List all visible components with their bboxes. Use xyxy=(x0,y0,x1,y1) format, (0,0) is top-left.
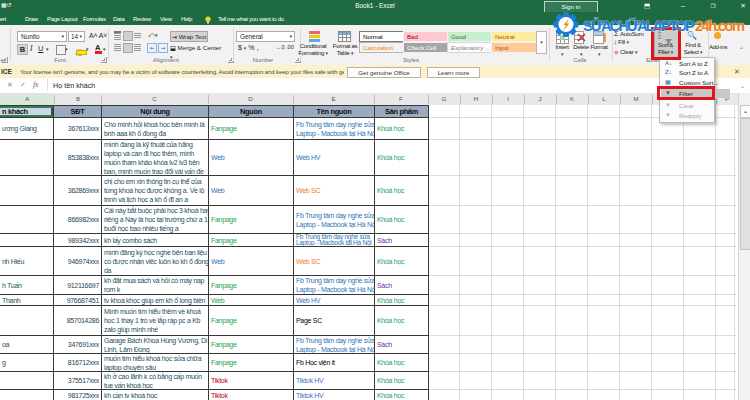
svg-text:SỬACHỮALAPTOP: SỬACHỮALAPTOP xyxy=(583,17,695,34)
svg-text:24h.com: 24h.com xyxy=(695,17,745,34)
